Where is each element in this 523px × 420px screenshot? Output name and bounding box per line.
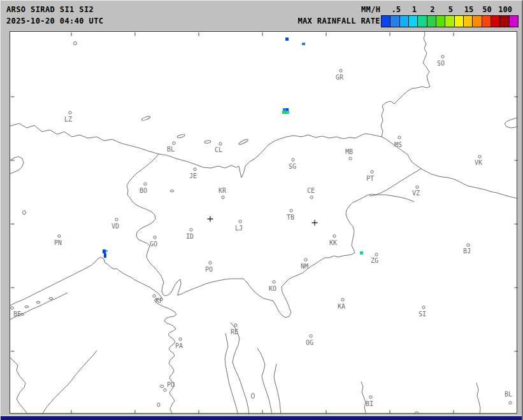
city-marker xyxy=(304,258,307,261)
scale-cell xyxy=(491,16,499,27)
bottom-status-bar xyxy=(1,416,523,420)
city-label: KR xyxy=(219,187,227,194)
scale-cell xyxy=(382,16,390,27)
city-label: GO xyxy=(150,241,157,248)
city-label: LZ xyxy=(64,116,72,123)
city-label: PT xyxy=(366,175,374,182)
city-marker xyxy=(398,136,401,139)
rain-echo xyxy=(103,249,106,253)
rain-echo xyxy=(360,251,363,255)
lake xyxy=(141,116,151,122)
city-marker xyxy=(222,196,224,199)
city-marker xyxy=(290,209,292,212)
city-label: BJ xyxy=(463,248,471,255)
radar-app-window: ARSO SIRAD SI1 SI2 2025-10-20 04:40 UTC … xyxy=(0,0,523,420)
country-border xyxy=(369,195,414,202)
city-marker xyxy=(371,171,373,173)
lake xyxy=(74,42,77,45)
city-label: KO xyxy=(269,285,276,292)
city-marker xyxy=(422,306,425,309)
city-label: NM xyxy=(301,263,308,270)
app-title: ARSO SIRAD SI1 SI2 xyxy=(6,5,94,14)
scale-cell xyxy=(427,16,436,27)
scale-cell xyxy=(482,16,491,27)
islet xyxy=(157,403,160,407)
coastlines xyxy=(10,157,480,414)
scale-cell xyxy=(510,16,518,27)
city-marker xyxy=(341,298,344,301)
city-marker xyxy=(467,244,469,246)
scale-cell xyxy=(390,16,399,27)
islet xyxy=(25,306,29,308)
city-label: SI xyxy=(419,311,426,318)
scale-cell xyxy=(500,16,508,27)
scale-cell xyxy=(455,16,463,27)
city-label: OG xyxy=(306,339,313,346)
city-marker xyxy=(154,236,156,239)
coastline xyxy=(10,257,176,414)
country-borders xyxy=(10,32,518,318)
scale-cell xyxy=(436,16,445,27)
city-label: BO xyxy=(140,187,147,194)
islet xyxy=(160,385,164,388)
country-border xyxy=(381,32,430,137)
lake xyxy=(238,139,248,145)
city-marker xyxy=(333,235,336,237)
city-marker xyxy=(509,402,512,404)
legend-tick-label: 5 xyxy=(448,5,453,14)
city-label: RE xyxy=(231,328,238,335)
rainfall-color-scale xyxy=(381,15,519,27)
rain-echo xyxy=(104,253,106,258)
country-border xyxy=(178,169,421,318)
city-label: BI xyxy=(366,400,373,407)
country-border xyxy=(10,123,382,178)
city-marker xyxy=(219,143,222,145)
lake xyxy=(23,211,26,214)
legend-title: MAX RAINFALL RATE xyxy=(230,17,380,25)
scale-cell xyxy=(464,16,472,27)
city-label: PO xyxy=(205,266,213,273)
city-marker xyxy=(349,157,352,160)
legend-tick-label: 15 xyxy=(464,5,473,14)
scale-cell xyxy=(445,16,454,27)
rain-echo xyxy=(287,111,289,114)
rain-echo xyxy=(286,108,289,111)
islet xyxy=(49,298,53,300)
lake xyxy=(177,134,185,139)
map-canvas: LZSOGRBLCLMSMBVKSGJEPTBOKRCEVZVDTBLJIDPN… xyxy=(10,32,518,414)
city-marker xyxy=(164,389,166,391)
coastline xyxy=(10,358,29,414)
city-label: KA xyxy=(338,303,345,310)
city-label: VZ xyxy=(412,190,420,197)
city-label: ID xyxy=(186,233,194,240)
country-border xyxy=(505,118,518,128)
city-label: JE xyxy=(189,172,197,179)
city-label: PN xyxy=(54,239,62,246)
map-frame-ticks xyxy=(11,32,518,414)
city-marker xyxy=(179,338,182,340)
city-marker xyxy=(310,196,313,199)
city-label: GR xyxy=(336,74,344,81)
city-label: PU xyxy=(167,381,175,388)
city-marker xyxy=(69,111,71,114)
radar-site-layer xyxy=(208,216,318,226)
legend-tick-label: 1 xyxy=(412,5,417,14)
city-marker xyxy=(58,235,61,237)
city-marker xyxy=(239,220,241,223)
lake xyxy=(170,190,174,192)
city-label: TB xyxy=(287,214,294,221)
city-label: MB xyxy=(345,148,353,155)
city-marker-layer: LZSOGRBLCLMSMBVKSGJEPTBOKRCEVZVDTBLJIDPN… xyxy=(11,55,512,407)
country-border xyxy=(382,137,518,199)
city-marker xyxy=(115,218,118,221)
island-outline xyxy=(274,364,281,414)
city-label: BE xyxy=(13,311,21,318)
city-label: BL xyxy=(167,146,175,153)
rain-echo xyxy=(285,38,289,41)
city-marker xyxy=(369,396,372,398)
rain-echo xyxy=(106,250,108,252)
city-label: KK xyxy=(329,239,337,246)
city-label: KP xyxy=(155,297,163,304)
city-marker xyxy=(234,324,237,326)
city-label: LJ xyxy=(235,225,243,232)
